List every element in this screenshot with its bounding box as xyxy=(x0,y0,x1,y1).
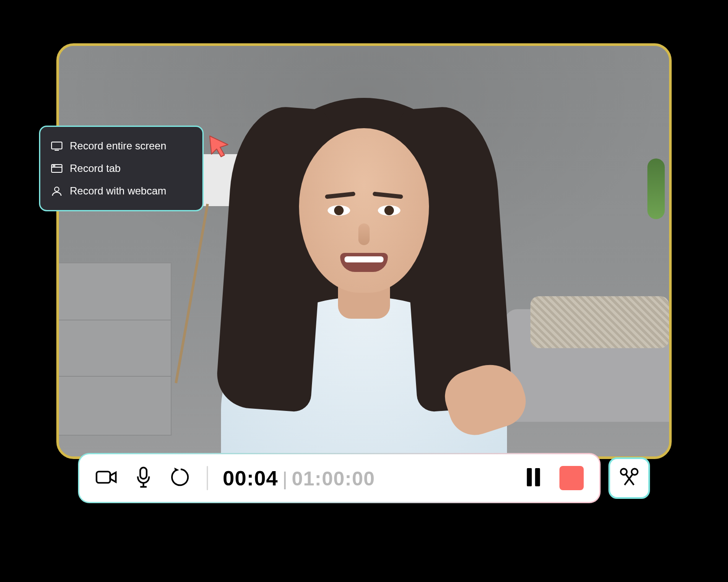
restart-button[interactable] xyxy=(169,467,192,489)
svg-rect-11 xyxy=(527,468,532,486)
pause-icon xyxy=(525,467,542,489)
svg-rect-8 xyxy=(140,468,147,479)
monitor-icon xyxy=(51,141,63,151)
webcam-person xyxy=(208,81,520,459)
record-source-menu: Record entire screen Record tab Record w… xyxy=(39,126,204,211)
total-time: 01:00:00 xyxy=(292,467,375,490)
svg-rect-12 xyxy=(535,468,540,486)
camera-toggle-button[interactable] xyxy=(95,467,117,489)
menu-item-label: Record with webcam xyxy=(70,185,166,197)
time-separator: | xyxy=(283,468,287,490)
svg-line-15 xyxy=(626,474,634,485)
recorder-toolbar-area: 00:04 | 01:00:00 xyxy=(78,451,650,505)
background-shelf xyxy=(56,262,172,436)
recorder-stage: Record entire screen Record tab Record w… xyxy=(56,43,672,502)
toolbar-divider xyxy=(207,466,208,490)
menu-item-record-tab[interactable]: Record tab xyxy=(49,157,194,180)
cursor-pointer-icon xyxy=(207,133,231,158)
scissors-icon xyxy=(618,466,640,490)
svg-rect-0 xyxy=(52,142,62,149)
svg-line-16 xyxy=(624,474,633,485)
svg-point-5 xyxy=(54,165,55,166)
webcam-scene xyxy=(59,46,669,456)
microphone-icon xyxy=(135,466,152,490)
pause-button[interactable] xyxy=(522,467,545,489)
elapsed-time: 00:04 xyxy=(223,466,278,490)
svg-rect-7 xyxy=(97,472,110,483)
window-icon xyxy=(51,163,63,174)
menu-item-label: Record entire screen xyxy=(70,140,166,152)
restart-icon xyxy=(170,467,191,489)
svg-point-4 xyxy=(53,165,54,166)
stop-button[interactable] xyxy=(559,466,584,490)
trim-button[interactable] xyxy=(608,457,650,499)
svg-point-6 xyxy=(55,187,59,191)
menu-item-record-screen[interactable]: Record entire screen xyxy=(49,135,194,157)
time-display: 00:04 | 01:00:00 xyxy=(223,466,375,490)
video-preview-frame xyxy=(56,43,672,459)
person-icon xyxy=(51,186,63,196)
recorder-toolbar: 00:04 | 01:00:00 xyxy=(78,453,601,503)
microphone-toggle-button[interactable] xyxy=(132,467,155,489)
background-plant xyxy=(647,158,665,219)
menu-item-record-webcam[interactable]: Record with webcam xyxy=(49,180,194,202)
menu-item-label: Record tab xyxy=(70,162,120,175)
background-sofa xyxy=(504,309,672,422)
camera-icon xyxy=(95,468,117,488)
